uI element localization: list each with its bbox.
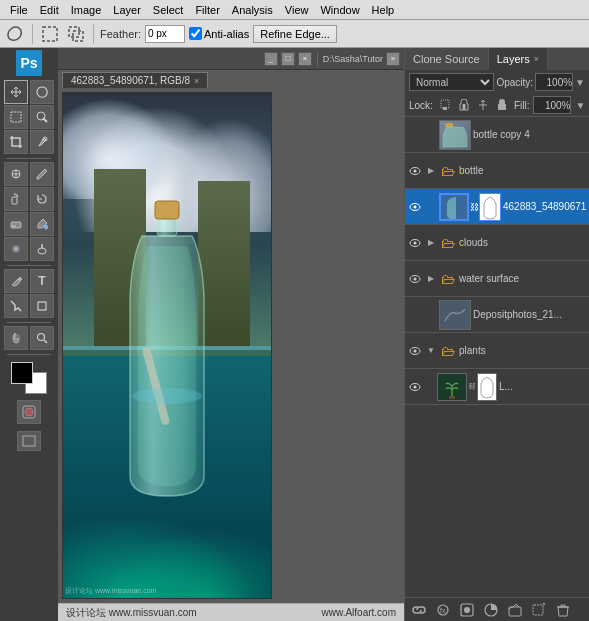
crop-tool[interactable] xyxy=(4,130,28,154)
antialias-wrap[interactable]: Anti-alias xyxy=(189,27,249,40)
layer-plants-child[interactable]: ⛓ L... xyxy=(405,369,589,405)
dodge-tool[interactable] xyxy=(30,237,54,261)
menu-image[interactable]: Image xyxy=(65,2,108,18)
type-tool[interactable]: T xyxy=(30,269,54,293)
arrow-clouds[interactable]: ▶ xyxy=(425,237,437,249)
lasso-tool[interactable] xyxy=(30,80,54,104)
layers-tab[interactable]: Layers × xyxy=(489,48,548,70)
healing-brush-tool[interactable] xyxy=(4,162,28,186)
blur-tool[interactable] xyxy=(4,237,28,261)
quick-mask-button[interactable] xyxy=(17,400,41,424)
opacity-input[interactable] xyxy=(535,73,573,91)
menu-filter[interactable]: Filter xyxy=(189,2,225,18)
new-layer-icon[interactable] xyxy=(529,601,549,619)
clone-stamp-tool[interactable] xyxy=(4,187,28,211)
menu-view[interactable]: View xyxy=(279,2,315,18)
path-selection-tool[interactable] xyxy=(4,294,28,318)
paint-bucket-tool[interactable] xyxy=(30,212,54,236)
fill-input[interactable] xyxy=(533,96,571,114)
svg-point-46 xyxy=(414,385,417,388)
menu-help[interactable]: Help xyxy=(366,2,401,18)
feather-input[interactable] xyxy=(145,25,185,43)
refine-edge-button[interactable]: Refine Edge... xyxy=(253,25,337,43)
eye-water-surface[interactable] xyxy=(407,271,423,287)
foreground-color[interactable] xyxy=(11,362,33,384)
arrow-water-surface[interactable]: ▶ xyxy=(425,273,437,285)
lasso-tool-icon[interactable] xyxy=(4,23,26,45)
mask-462883 xyxy=(479,193,501,221)
eye-plants-child[interactable] xyxy=(407,379,423,395)
layer-list[interactable]: bottle copy 4 ▶ 🗁 bottle xyxy=(405,117,589,597)
path-expand-button[interactable]: » xyxy=(386,52,400,66)
opacity-arrow[interactable]: ▼ xyxy=(575,77,585,88)
tool-divider-3 xyxy=(7,322,51,323)
layer-mask-icon[interactable] xyxy=(457,601,477,619)
shape-tool[interactable] xyxy=(30,294,54,318)
eye-bottle-folder[interactable] xyxy=(407,163,423,179)
new-selection-icon[interactable] xyxy=(39,23,61,45)
menu-layer[interactable]: Layer xyxy=(107,2,147,18)
lock-all-icon[interactable] xyxy=(494,97,510,113)
standard-screen-mode[interactable] xyxy=(17,431,41,451)
lock-transparent-icon[interactable] xyxy=(437,97,453,113)
arrow-plants[interactable]: ▼ xyxy=(425,345,437,357)
layer-plants-folder[interactable]: ▼ 🗁 plants xyxy=(405,333,589,369)
layer-water-surface[interactable]: ▶ 🗁 water surface xyxy=(405,261,589,297)
toolbox: Ps xyxy=(0,48,58,621)
magic-wand-tool[interactable] xyxy=(30,105,54,129)
minimize-button[interactable]: _ xyxy=(264,52,278,66)
arrow-bottle-folder[interactable]: ▶ xyxy=(425,165,437,177)
menu-select[interactable]: Select xyxy=(147,2,190,18)
hand-tool[interactable] xyxy=(4,326,28,350)
svg-rect-25 xyxy=(155,201,179,219)
menu-file[interactable]: File xyxy=(4,2,34,18)
thumb-plants-child xyxy=(437,373,467,401)
zoom-tool[interactable] xyxy=(30,326,54,350)
eye-plants[interactable] xyxy=(407,343,423,359)
link-layers-icon[interactable] xyxy=(409,601,429,619)
tool-row-7 xyxy=(2,237,56,261)
layer-bottle-folder[interactable]: ▶ 🗁 bottle xyxy=(405,153,589,189)
lock-row: Lock: Fill: ▼ xyxy=(405,94,589,117)
maximize-button[interactable]: □ xyxy=(281,52,295,66)
layer-462883[interactable]: ⛓ 462883_54890671 xyxy=(405,189,589,225)
history-brush-tool[interactable] xyxy=(30,187,54,211)
layer-effects-icon[interactable]: fx xyxy=(433,601,453,619)
document-tabs: 462883_54890671, RGB/8 × xyxy=(58,70,404,88)
delete-layer-icon[interactable] xyxy=(553,601,573,619)
marquee-tool[interactable] xyxy=(4,105,28,129)
close-button[interactable]: × xyxy=(298,52,312,66)
svg-point-13 xyxy=(44,225,48,229)
color-swatches[interactable] xyxy=(11,362,47,394)
menu-edit[interactable]: Edit xyxy=(34,2,65,18)
menu-window[interactable]: Window xyxy=(314,2,365,18)
right-panels: Clone Source Layers × Normal Opacity: ▼ … xyxy=(404,48,589,621)
document-tab-close[interactable]: × xyxy=(194,76,199,86)
menu-analysis[interactable]: Analysis xyxy=(226,2,279,18)
eye-462883[interactable] xyxy=(407,199,423,215)
active-document-tab[interactable]: 462883_54890671, RGB/8 × xyxy=(62,72,208,88)
eye-clouds[interactable] xyxy=(407,235,423,251)
layers-tab-close[interactable]: × xyxy=(534,54,539,64)
new-group-icon[interactable] xyxy=(505,601,525,619)
clone-source-tab[interactable]: Clone Source xyxy=(405,48,489,70)
pen-tool[interactable] xyxy=(4,269,28,293)
layer-clouds-folder[interactable]: ▶ 🗁 clouds xyxy=(405,225,589,261)
layer-list-padding xyxy=(405,405,589,425)
adjustment-layer-icon[interactable] xyxy=(481,601,501,619)
antialias-checkbox[interactable] xyxy=(189,27,202,40)
eraser-tool[interactable] xyxy=(4,212,28,236)
brush-tool[interactable] xyxy=(30,162,54,186)
lock-position-icon[interactable] xyxy=(475,97,491,113)
layer-bottle-copy-4[interactable]: bottle copy 4 xyxy=(405,117,589,153)
arrow-bottle-copy-4 xyxy=(425,129,437,141)
move-tool[interactable] xyxy=(4,80,28,104)
layer-depositphotos[interactable]: Depositphotos_21... xyxy=(405,297,589,333)
blend-mode-select[interactable]: Normal xyxy=(409,73,494,91)
eyedropper-tool[interactable] xyxy=(30,130,54,154)
canvas-image[interactable]: 设计论坛 www.missvuan.com xyxy=(62,92,272,599)
lock-image-icon[interactable] xyxy=(456,97,472,113)
add-selection-icon[interactable] xyxy=(65,23,87,45)
name-clouds: clouds xyxy=(459,237,587,248)
fill-arrow[interactable]: ▼ xyxy=(575,100,585,111)
